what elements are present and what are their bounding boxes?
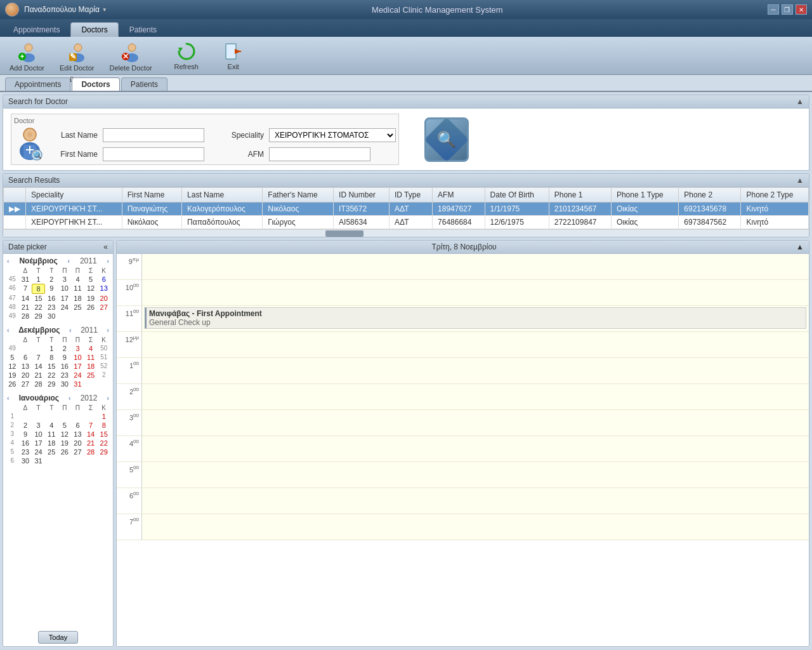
dp-body[interactable]: ‹ Νοέμβριος ‹ 2011 ›ΔΤΤΠΠΣΚ4531123456467… xyxy=(3,254,113,628)
dp-day[interactable]: 27 xyxy=(19,380,32,388)
add-doctor-button[interactable]: + Add Doctor xyxy=(3,39,51,75)
dp-day[interactable]: 11 xyxy=(84,353,98,362)
dp-day[interactable]: 19 xyxy=(58,439,72,448)
dp-day[interactable]: 31 xyxy=(32,456,45,465)
dp-day[interactable]: 23 xyxy=(58,371,72,380)
dp-day[interactable]: 12 xyxy=(6,362,19,371)
dp-day[interactable]: 21 xyxy=(84,439,98,448)
dp-day[interactable]: 8 xyxy=(45,353,58,362)
dp-day[interactable]: 10 xyxy=(32,430,45,439)
dp-day[interactable]: 24 xyxy=(58,303,72,312)
dp-day[interactable]: 4 xyxy=(71,275,84,284)
dp-day[interactable]: 16 xyxy=(58,362,72,371)
dp-day[interactable]: 13 xyxy=(97,284,110,294)
dp-day[interactable]: 19 xyxy=(84,294,98,303)
dp-day[interactable]: 1 xyxy=(32,275,45,284)
dp-day[interactable]: 5 xyxy=(84,275,98,284)
dp-day[interactable]: 21 xyxy=(32,371,45,380)
dp-prev[interactable]: ‹ xyxy=(6,257,11,265)
col-first-name[interactable]: First Name xyxy=(122,188,181,202)
dp-day[interactable]: 11 xyxy=(45,430,58,439)
dp-day[interactable]: 25 xyxy=(71,303,84,312)
dp-day[interactable]: 9 xyxy=(58,353,72,362)
dp-collapse-icon[interactable]: « xyxy=(103,242,108,251)
dp-day[interactable]: 15 xyxy=(32,294,45,303)
dp-day[interactable]: 24 xyxy=(71,371,84,380)
dp-day[interactable]: 29 xyxy=(32,312,45,321)
dp-day[interactable]: 1 xyxy=(45,344,58,353)
dp-day[interactable]: 14 xyxy=(19,294,32,303)
dp-day[interactable]: 9 xyxy=(45,284,58,294)
exit-button[interactable]: Exit xyxy=(211,38,256,74)
table-row[interactable]: ΧΕΙΡΟΥΡΓΗΚΉ ΣΤ...ΝικόλαοςΠαπαδόπουλοςΓιώ… xyxy=(4,216,809,229)
dp-day[interactable]: 3 xyxy=(32,421,45,430)
schedule-scroll-up[interactable]: ▲ xyxy=(796,242,804,251)
dp-day[interactable]: 31 xyxy=(19,275,32,284)
dp-day[interactable]: 17 xyxy=(58,294,72,303)
dp-day[interactable]: 10 xyxy=(71,353,84,362)
table-row[interactable]: ▶ΧΕΙΡΟΥΡΓΗΚΉ ΣΤ...ΠαναγιώτηςΚαλογερόπουλ… xyxy=(4,202,809,216)
dp-day[interactable]: 29 xyxy=(45,380,58,388)
col-speciality[interactable]: Speciality xyxy=(26,188,122,202)
dp-day[interactable]: 20 xyxy=(97,294,110,303)
restore-button[interactable]: ❐ xyxy=(782,4,793,15)
dp-day[interactable]: 2 xyxy=(45,275,58,284)
dp-day[interactable]: 16 xyxy=(19,439,32,448)
dp-day[interactable]: 30 xyxy=(45,312,58,321)
dp-next-year[interactable]: › xyxy=(105,326,110,334)
dp-day[interactable]: 11 xyxy=(71,284,84,294)
afm-input[interactable] xyxy=(269,147,370,161)
dp-day[interactable]: 12 xyxy=(58,430,72,439)
edit-doctor-button[interactable]: ✎ Edit Doctor xyxy=(53,39,101,75)
dp-day[interactable]: 22 xyxy=(45,371,58,380)
dp-day[interactable]: 17 xyxy=(32,439,45,448)
table-scrollbar[interactable] xyxy=(3,229,809,237)
col-last-name[interactable]: Last Name xyxy=(182,188,263,202)
dp-day[interactable]: 2 xyxy=(19,421,32,430)
dp-prev[interactable]: ‹ xyxy=(6,326,11,334)
col-dob[interactable]: Date Of Birth xyxy=(485,188,549,202)
dp-day[interactable]: 31 xyxy=(71,380,84,388)
dp-day[interactable]: 7 xyxy=(32,353,45,362)
dp-day[interactable]: 20 xyxy=(19,371,32,380)
dp-day[interactable]: 1 xyxy=(97,412,110,421)
table-scrollbar-thumb[interactable] xyxy=(325,230,363,237)
dp-day[interactable]: 5 xyxy=(58,421,72,430)
search-panel-collapse[interactable]: ▲ xyxy=(796,97,804,106)
dp-day[interactable]: 22 xyxy=(32,303,45,312)
dp-prev-year[interactable]: ‹ xyxy=(68,326,73,334)
dp-day[interactable]: 3 xyxy=(58,275,72,284)
col-phone1-type[interactable]: Phone 1 Type xyxy=(611,188,678,202)
dp-day[interactable]: 14 xyxy=(32,362,45,371)
dp-day[interactable]: 30 xyxy=(19,456,32,465)
dp-day[interactable]: 28 xyxy=(84,448,98,456)
dp-day[interactable]: 18 xyxy=(71,294,84,303)
dp-day[interactable]: 25 xyxy=(84,371,98,380)
dp-day[interactable]: 15 xyxy=(97,430,110,439)
dp-day[interactable]: 4 xyxy=(84,344,98,353)
results-table-container[interactable]: Speciality First Name Last Name Father's… xyxy=(3,187,809,229)
sub-tab-doctors[interactable]: Doctors xyxy=(72,77,119,91)
col-fathers-name[interactable]: Father's Name xyxy=(263,188,334,202)
col-phone2-type[interactable]: Phone 2 Type xyxy=(741,188,809,202)
close-button[interactable]: ✕ xyxy=(796,4,807,15)
last-name-input[interactable] xyxy=(103,128,204,142)
dp-day[interactable]: 23 xyxy=(45,303,58,312)
speciality-select[interactable]: ΧΕΙΡΟΥΡΓΙΚΉ ΣΤΟΜΑΤΟΣ ΠΑΘΟΛΟΓΟΣ ΚΑΡΔΙΟΛΟΓ… xyxy=(269,128,396,142)
dp-day[interactable]: 17 xyxy=(71,362,84,371)
col-afm[interactable]: AFM xyxy=(433,188,485,202)
dp-day[interactable]: 5 xyxy=(6,353,19,362)
dp-prev-year[interactable]: ‹ xyxy=(67,257,72,265)
dp-day[interactable]: 13 xyxy=(71,430,84,439)
menu-tab-doctors[interactable]: Doctors xyxy=(70,22,118,37)
dp-day[interactable]: 6 xyxy=(19,353,32,362)
dp-day[interactable]: 25 xyxy=(45,448,58,456)
dp-day[interactable]: 3 xyxy=(71,344,84,353)
dp-day[interactable]: 12 xyxy=(84,284,98,294)
dp-day[interactable]: 10 xyxy=(58,284,72,294)
dp-day[interactable]: 18 xyxy=(45,439,58,448)
results-panel-collapse[interactable]: ▲ xyxy=(796,176,804,185)
dp-day[interactable]: 27 xyxy=(97,303,110,312)
dp-day[interactable]: 26 xyxy=(84,303,98,312)
dp-day[interactable]: 13 xyxy=(19,362,32,371)
